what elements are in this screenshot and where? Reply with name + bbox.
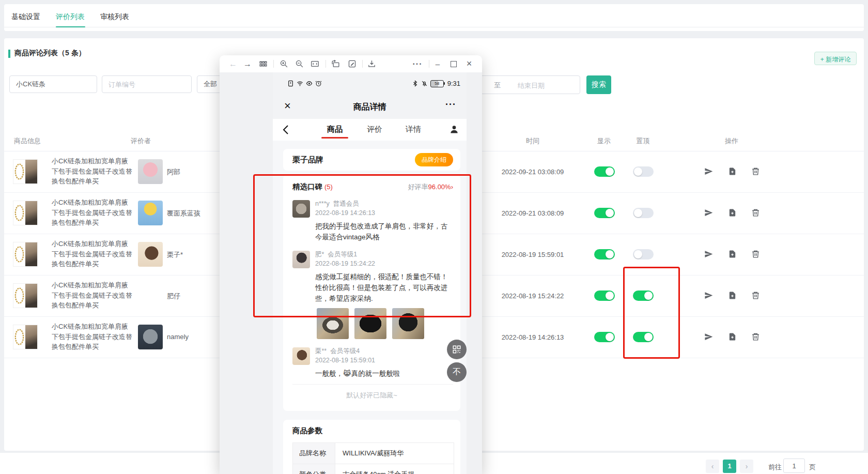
- bag-photo-3[interactable]: [392, 308, 424, 339]
- chain-image: [13, 160, 25, 184]
- rotate-icon[interactable]: [330, 55, 340, 72]
- sim-alert-icon: [287, 80, 294, 87]
- qr-code-float-button[interactable]: [447, 340, 467, 359]
- product-thumbnail[interactable]: [13, 325, 38, 349]
- review-time: 2022-09-21 03:08:09: [486, 209, 579, 217]
- back-chevron-icon[interactable]: [281, 125, 290, 137]
- trash-icon[interactable]: [751, 167, 760, 176]
- trash-icon[interactable]: [751, 332, 760, 341]
- col-time: 时间: [486, 136, 579, 146]
- show-toggle[interactable]: [594, 290, 615, 301]
- battery-icon: 58: [430, 80, 444, 87]
- add-review-button[interactable]: + 新增评论: [814, 52, 857, 65]
- send-icon[interactable]: [704, 332, 713, 341]
- params-title: 商品参数: [292, 426, 322, 436]
- tab-audit-list[interactable]: 审核列表: [100, 12, 129, 22]
- trash-icon[interactable]: [751, 250, 760, 258]
- review-time: 2022-09-21 03:08:09: [486, 168, 579, 176]
- send-icon[interactable]: [704, 250, 713, 258]
- wechat-more-icon[interactable]: ···: [445, 99, 456, 110]
- send-icon[interactable]: [704, 167, 713, 176]
- close-icon[interactable]: ×: [464, 55, 474, 72]
- trash-icon[interactable]: [751, 291, 760, 300]
- chain-image: [13, 325, 25, 349]
- bag-image: [25, 242, 37, 266]
- send-icon[interactable]: [704, 291, 713, 300]
- product-thumbnail[interactable]: [13, 159, 38, 184]
- show-toggle[interactable]: [594, 249, 615, 259]
- forward-arrow-icon[interactable]: →: [242, 55, 253, 72]
- end-date-placeholder[interactable]: 结束日期: [518, 81, 545, 90]
- product-title: 小CK链条加粗加宽单肩腋下包手提包金属链子改造替换包包配件单买: [52, 156, 133, 187]
- zoom-in-icon[interactable]: [278, 55, 289, 72]
- positive-rate-link[interactable]: 好评率96.00%›: [408, 182, 453, 192]
- minimize-icon[interactable]: –: [432, 55, 443, 72]
- bag-image: [25, 160, 37, 184]
- top-toggle[interactable]: [633, 249, 654, 259]
- bag-photo-2[interactable]: [354, 308, 386, 339]
- show-toggle[interactable]: [594, 332, 615, 342]
- phone-tab-review[interactable]: 评价: [361, 125, 388, 134]
- pagination-next-button[interactable]: ›: [740, 460, 753, 473]
- bu-float-button[interactable]: 不: [447, 362, 467, 382]
- reviewer-avatar: [138, 325, 163, 349]
- phone-status-bar: 58 9:31: [273, 72, 467, 95]
- search-button[interactable]: 搜索: [586, 75, 611, 94]
- col-show: 显示: [597, 136, 611, 146]
- reviewer-name: 阿部: [167, 167, 180, 177]
- trash-icon[interactable]: [751, 208, 760, 217]
- review-meta: n***y 普通会员2022-08-19 14:26:13: [315, 199, 453, 218]
- top-toggle[interactable]: [633, 208, 654, 218]
- params-table: 品牌名称WILLIKIVA/威丽琦华颜色分类古金链条40cm 适合手提: [292, 442, 454, 474]
- reviews-divider: [292, 384, 453, 385]
- reviewer-avatar: [138, 159, 163, 184]
- keyword-input[interactable]: [9, 75, 97, 93]
- one-to-one-icon[interactable]: [309, 55, 320, 72]
- phone-tab-product[interactable]: 商品: [321, 125, 348, 134]
- bag-photo-1[interactable]: [317, 308, 349, 339]
- export-file-icon[interactable]: [728, 291, 737, 300]
- product-thumbnail[interactable]: [13, 201, 38, 225]
- pagination-page-1[interactable]: 1: [723, 460, 736, 473]
- export-file-icon[interactable]: [728, 208, 737, 217]
- export-file-icon[interactable]: [728, 332, 737, 341]
- param-value: WILLIKIVA/威丽琦华: [335, 443, 454, 464]
- alarm-icon: [315, 80, 322, 87]
- phone-review-item: 栗** 会员等级42022-08-19 15:59:01 一般般，😹真的就一般般…: [292, 346, 453, 379]
- user-icon[interactable]: [449, 124, 459, 136]
- send-icon[interactable]: [704, 208, 713, 217]
- tab-basic-settings[interactable]: 基础设置: [11, 12, 40, 22]
- maximize-icon[interactable]: [448, 55, 459, 72]
- bag-image: [25, 325, 37, 349]
- order-number-input[interactable]: [102, 75, 192, 93]
- phone-tab-detail[interactable]: 详情: [400, 125, 427, 134]
- col-actions: 操作: [725, 136, 738, 146]
- top-toggle[interactable]: [633, 290, 654, 301]
- tab-review-list[interactable]: 评价列表: [56, 12, 85, 22]
- zoom-out-icon[interactable]: [294, 55, 304, 72]
- export-file-icon[interactable]: [728, 167, 737, 176]
- show-toggle[interactable]: [594, 166, 615, 177]
- product-thumbnail[interactable]: [13, 283, 38, 308]
- back-arrow-icon[interactable]: ←: [228, 55, 238, 72]
- brand-intro-button[interactable]: 品牌介绍: [415, 153, 453, 166]
- grid-icon[interactable]: [258, 55, 268, 72]
- export-file-icon[interactable]: [728, 250, 737, 258]
- product-thumbnail[interactable]: [13, 242, 38, 267]
- screen: 基础设置 评价列表 审核列表 商品评论列表（5 条） + 新增评论 至 结束日期…: [0, 0, 868, 474]
- pagination-goto-input[interactable]: [783, 458, 805, 473]
- reviewer-name: 覆面系蓝孩: [167, 209, 200, 218]
- col-product-info: 商品信息: [14, 136, 41, 146]
- download-icon[interactable]: [366, 55, 377, 72]
- show-toggle[interactable]: [594, 208, 615, 218]
- phone-page-title: 商品详情: [273, 102, 467, 113]
- edit-icon[interactable]: [347, 55, 357, 72]
- review-text: 把我的手提包改造成了单肩包，非常好，古今最适合vintage风格: [315, 221, 453, 242]
- bag-image: [25, 284, 37, 308]
- top-toggle[interactable]: [633, 332, 654, 342]
- pagination-prev-button[interactable]: ‹: [706, 460, 719, 473]
- reviews-title: 精选口碑: [292, 182, 322, 192]
- more-icon[interactable]: ···: [412, 55, 423, 72]
- top-toggle[interactable]: [633, 166, 654, 177]
- eye-icon: [306, 80, 313, 87]
